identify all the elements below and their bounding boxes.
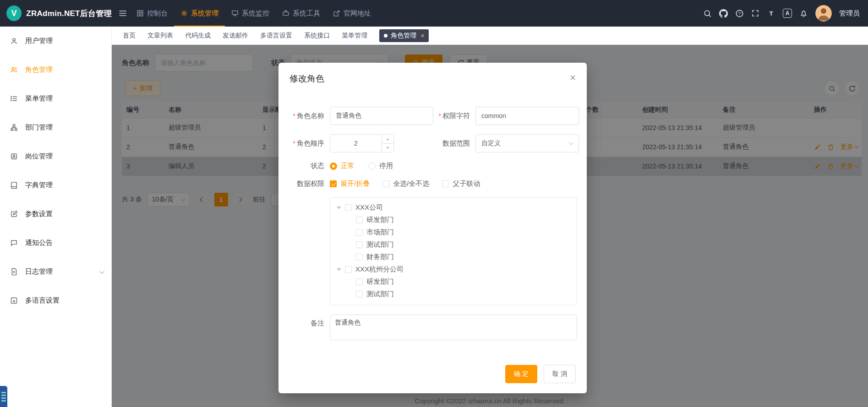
message-icon xyxy=(10,239,18,247)
sidebar-item-i18n[interactable]: A 多语言设置 xyxy=(0,286,111,315)
checkbox-icon[interactable] xyxy=(356,241,363,248)
top-nav: 控制台 系统管理 系统监控 系统工具 官网地址 xyxy=(130,0,377,27)
tags-view-bar: 首页 文章列表 代码生成 发送邮件 多语言设置 系统接口 菜单管理 角色管理 × xyxy=(112,27,868,45)
nav-system-monitor[interactable]: 系统监控 xyxy=(225,0,276,27)
data-scope-field-label: 数据范围 xyxy=(433,139,475,148)
remark-field-label: 备注 xyxy=(289,315,330,328)
book-icon xyxy=(10,181,18,189)
sidebar-item-roles[interactable]: 角色管理 xyxy=(0,55,111,84)
tree-node-label: 财务部门 xyxy=(366,253,394,261)
desktop-widget[interactable] xyxy=(0,386,7,407)
role-order-stepper[interactable]: 2 ▴ ▾ xyxy=(330,134,394,152)
close-icon[interactable]: × xyxy=(570,73,576,83)
username[interactable]: 管理员 xyxy=(839,9,860,18)
checkbox-parent-child-link[interactable]: 父子联动 xyxy=(442,179,480,188)
tree-node-label: 测试部门 xyxy=(366,240,394,249)
chevron-down-icon xyxy=(99,268,104,273)
help-icon[interactable]: ? xyxy=(735,9,744,18)
bell-icon[interactable] xyxy=(799,9,808,18)
sidebar-item-label: 角色管理 xyxy=(25,65,53,74)
sidebar-item-users[interactable]: 用户管理 xyxy=(0,27,111,55)
app-title: ZRAdmin.NET后台管理 xyxy=(26,8,112,19)
tab-i18n[interactable]: 多语言设置 xyxy=(260,32,292,40)
nav-system-tools[interactable]: 系统工具 xyxy=(276,0,327,27)
sidebar-item-logs[interactable]: 日志管理 xyxy=(0,257,111,286)
font-size-icon[interactable]: T xyxy=(767,9,775,18)
checkbox-expand-collapse[interactable]: 展开/折叠 xyxy=(330,179,370,188)
close-icon[interactable]: × xyxy=(420,32,425,39)
tree-node-dept[interactable]: 市场部门 xyxy=(330,226,577,239)
nav-label: 官网地址 xyxy=(344,9,371,18)
chevron-down-icon xyxy=(568,140,573,145)
tree-node-branch-company[interactable]: XXX杭州分公司 xyxy=(330,263,577,276)
checkbox-icon[interactable] xyxy=(345,266,352,273)
list-icon xyxy=(10,95,18,103)
confirm-button[interactable]: 确 定 xyxy=(505,365,537,383)
tree-node-dept[interactable]: 研发部门 xyxy=(330,214,577,226)
checkbox-icon[interactable] xyxy=(356,217,363,223)
checkbox-label: 全选/全不选 xyxy=(393,179,429,188)
required-mark: * xyxy=(293,139,295,147)
sidebar-item-menus[interactable]: 菜单管理 xyxy=(0,84,111,113)
nav-official-site[interactable]: 官网地址 xyxy=(327,0,377,27)
sidebar-item-posts[interactable]: 岗位管理 xyxy=(0,142,111,171)
checkbox-icon[interactable] xyxy=(356,291,363,298)
tab-roles-active[interactable]: 角色管理 × xyxy=(379,29,429,42)
tab-label: 角色管理 xyxy=(391,32,416,40)
tab-sendmail[interactable]: 发送邮件 xyxy=(223,32,248,40)
data-scope-select[interactable]: 自定义 xyxy=(475,134,579,152)
checkbox-select-all[interactable]: 全选/全不选 xyxy=(382,179,429,188)
toolbox-icon xyxy=(282,10,289,17)
tree-node-dept[interactable]: 研发部门 xyxy=(330,276,577,288)
tab-menus[interactable]: 菜单管理 xyxy=(342,32,367,40)
nav-system-management[interactable]: 系统管理 xyxy=(174,0,225,27)
radio-icon xyxy=(368,163,376,170)
checkbox-icon[interactable] xyxy=(345,204,352,211)
tree-node-dept[interactable]: 测试部门 xyxy=(330,239,577,251)
sidebar-toggle-icon[interactable] xyxy=(118,9,127,18)
sidebar-item-label: 参数设置 xyxy=(25,210,53,218)
nav-console[interactable]: 控制台 xyxy=(130,0,174,27)
language-a-icon: A xyxy=(10,297,18,304)
department-tree: XXX公司 研发部门 市场部门 测试部门 财务部门 xyxy=(330,197,577,305)
checkbox-icon[interactable] xyxy=(356,229,363,236)
tab-articles[interactable]: 文章列表 xyxy=(147,32,173,40)
sidebar: 用户管理 角色管理 菜单管理 部门管理 岗位管理 字典管理 参数设置 通知公告 … xyxy=(0,27,112,407)
nav-label: 控制台 xyxy=(147,9,168,18)
stepper-down-icon[interactable]: ▾ xyxy=(382,144,393,152)
user-avatar[interactable] xyxy=(815,5,832,22)
github-icon[interactable] xyxy=(719,9,728,18)
perm-char-field[interactable] xyxy=(475,107,579,125)
data-perm-field-label: 数据权限 xyxy=(289,179,330,188)
checkbox-icon[interactable] xyxy=(356,254,363,260)
tree-node-dept[interactable]: 财务部门 xyxy=(330,251,577,263)
caret-down-icon[interactable] xyxy=(337,268,341,271)
status-field-label: 状态 xyxy=(289,162,330,170)
cancel-button[interactable]: 取 消 xyxy=(544,365,576,383)
nav-label: 系统管理 xyxy=(191,9,218,18)
caret-down-icon[interactable] xyxy=(337,206,341,209)
data-perm-options: 展开/折叠 全选/全不选 父子联动 xyxy=(330,179,579,188)
sidebar-item-dictionary[interactable]: 字典管理 xyxy=(0,171,111,200)
tree-node-company[interactable]: XXX公司 xyxy=(330,201,577,214)
fullscreen-icon[interactable] xyxy=(751,9,759,17)
remark-field[interactable]: 普通角色 xyxy=(330,315,577,340)
tree-node-dept[interactable]: 测试部门 xyxy=(330,288,577,300)
tab-home[interactable]: 首页 xyxy=(123,32,136,40)
radio-disabled[interactable]: 停用 xyxy=(368,162,393,170)
tab-system-api[interactable]: 系统接口 xyxy=(304,32,330,40)
role-name-field[interactable] xyxy=(330,107,433,125)
status-radio-group: 正常 停用 xyxy=(330,162,579,170)
tree-node-label: XXX杭州分公司 xyxy=(355,265,404,274)
radio-normal[interactable]: 正常 xyxy=(330,162,355,170)
sidebar-item-notices[interactable]: 通知公告 xyxy=(0,228,111,257)
logo-letter: V xyxy=(11,9,17,18)
sidebar-item-departments[interactable]: 部门管理 xyxy=(0,113,111,142)
language-icon[interactable]: A xyxy=(783,9,792,18)
external-link-icon xyxy=(333,10,340,17)
checkbox-icon[interactable] xyxy=(356,278,363,285)
search-icon[interactable] xyxy=(703,9,712,18)
sidebar-item-parameters[interactable]: 参数设置 xyxy=(0,200,111,228)
tab-codegen[interactable]: 代码生成 xyxy=(185,32,211,40)
stepper-up-icon[interactable]: ▴ xyxy=(382,135,393,144)
